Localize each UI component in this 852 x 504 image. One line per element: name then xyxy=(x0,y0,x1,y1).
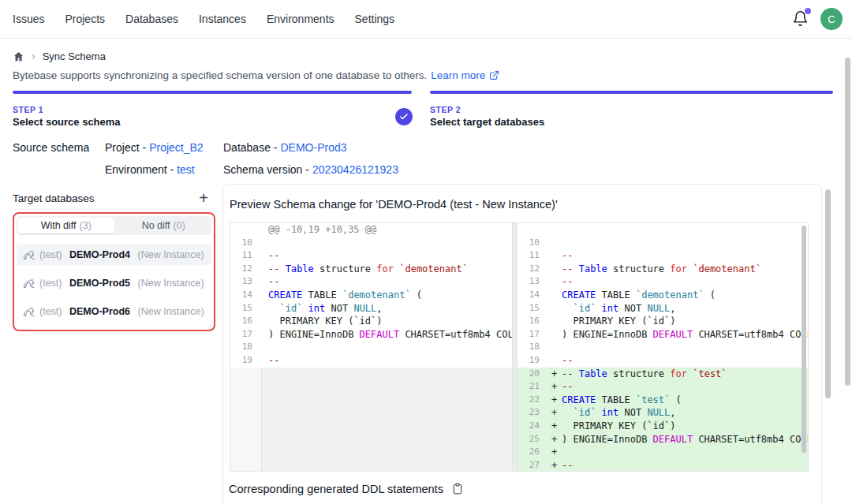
version-label: Schema version - xyxy=(223,163,309,176)
breadcrumb: › Sync Schema xyxy=(13,50,106,62)
code-line: 20+-- Table structure for `test` xyxy=(518,368,808,381)
nav-item-databases[interactable]: Databases xyxy=(125,13,178,25)
page-description: Bytebase supports synchronizing a specif… xyxy=(13,69,499,81)
source-environment: Environment -test xyxy=(105,163,195,176)
add-target-database-button[interactable]: + xyxy=(194,189,213,207)
source-database: Database -DEMO-Prod3 xyxy=(223,141,347,154)
code-line: 16 PRIMARY KEY (`id`) xyxy=(518,315,808,328)
step2-label: STEP 2 xyxy=(430,105,461,114)
code-line: 22+CREATE TABLE `test` ( xyxy=(518,394,808,407)
target-databases-highlight-box: With diff(3)No diff(0) (test) DEMO-Prod4… xyxy=(13,212,215,331)
code-line: 27+-- xyxy=(518,459,808,471)
database-link[interactable]: DEMO-Prod3 xyxy=(280,141,346,154)
nav-item-settings[interactable]: Settings xyxy=(355,13,395,25)
code-line: 21+-- xyxy=(518,380,808,394)
step2-title: Select target databases xyxy=(430,116,544,128)
tab-no-diff[interactable]: No diff(0) xyxy=(116,216,212,235)
code-line: 25+) ENGINE=InnoDB DEFAULT CHARSET=utf8m… xyxy=(518,433,808,446)
code-line: 14CREATE TABLE `demotenant` ( xyxy=(230,289,512,302)
panel-scrollbar[interactable] xyxy=(825,189,831,398)
external-link-icon[interactable] xyxy=(489,70,499,80)
code-line: 18 xyxy=(518,341,808,354)
environment-label: Environment - xyxy=(105,163,174,176)
code-line: 13-- xyxy=(518,275,808,289)
ddl-title: Corresponding generated DDL statements xyxy=(229,483,443,495)
code-line: 16 PRIMARY KEY (`id`) xyxy=(230,315,512,328)
code-line: 12-- Table structure for `demotenant` xyxy=(230,263,512,276)
nav-right: C xyxy=(792,8,843,30)
schema-diff-editor[interactable]: @@ -10,19 +10,35 @@1011--12-- Table stru… xyxy=(230,222,809,472)
clipboard-icon xyxy=(451,482,464,495)
top-navigation: IssuesProjectsDatabasesInstancesEnvironm… xyxy=(0,0,852,39)
diff-pane-source: @@ -10,19 +10,35 @@1011--12-- Table stru… xyxy=(230,223,512,471)
nav-items: IssuesProjectsDatabasesInstancesEnvironm… xyxy=(13,13,394,25)
diff-filler-region xyxy=(230,368,512,471)
diff-pane-target: 1011--12-- Table structure for `demotena… xyxy=(518,223,808,471)
code-line: 15 `id` int NOT NULL, xyxy=(518,302,808,315)
source-schema-version: Schema version -20230426121923 xyxy=(223,163,398,176)
code-line xyxy=(518,223,808,237)
step1-label: STEP 1 xyxy=(13,105,43,114)
code-line: 12-- Table structure for `demotenant` xyxy=(518,263,808,276)
breadcrumb-separator-icon: › xyxy=(32,50,36,62)
ddl-section-header: Corresponding generated DDL statements xyxy=(229,482,464,495)
nav-item-issues[interactable]: Issues xyxy=(13,13,44,25)
source-project: Project -Project_B2 xyxy=(105,141,204,154)
notification-bell-button[interactable] xyxy=(792,10,809,28)
code-line: 23+ `id` int NOT NULL, xyxy=(518,406,808,420)
code-line: 13-- xyxy=(230,275,512,289)
mysql-icon xyxy=(23,307,36,317)
step1-completed-badge xyxy=(395,108,413,125)
diff-pane-divider[interactable] xyxy=(512,223,518,471)
nav-item-instances[interactable]: Instances xyxy=(199,13,246,25)
code-line: 15 `id` int NOT NULL, xyxy=(230,302,512,315)
environment-link[interactable]: test xyxy=(177,163,195,176)
preview-card: Preview Schema change for 'DEMO-Prod4 (t… xyxy=(222,184,822,504)
breadcrumb-current: Sync Schema xyxy=(43,50,106,62)
target-db-item-demo-prod6[interactable]: (test) DEMO-Prod6 (New Instance) xyxy=(17,301,211,322)
mysql-icon xyxy=(23,250,36,260)
code-line: 17) ENGINE=InnoDB DEFAULT CHARSET=utf8mb… xyxy=(518,328,808,342)
diff-filter-tabs: With diff(3)No diff(0) xyxy=(17,216,211,235)
code-line: 24+ PRIMARY KEY (`id`) xyxy=(518,420,808,433)
step1-title: Select source schema xyxy=(13,116,121,128)
code-line: 11-- xyxy=(230,249,512,263)
version-link[interactable]: 20230426121923 xyxy=(312,163,398,176)
code-line: 17) ENGINE=InnoDB DEFAULT CHARSET=utf8mb… xyxy=(230,328,512,342)
avatar[interactable]: C xyxy=(820,8,843,30)
code-line: @@ -10,19 +10,35 @@ xyxy=(230,223,512,237)
target-db-item-demo-prod4[interactable]: (test) DEMO-Prod4 (New Instance) xyxy=(17,245,211,265)
step2-progress-bar xyxy=(430,91,833,94)
code-line: 14CREATE TABLE `demotenant` ( xyxy=(518,289,808,302)
code-line: 11-- xyxy=(518,249,808,263)
code-line: 26+ xyxy=(518,446,808,459)
project-label: Project - xyxy=(105,141,146,154)
sync-schema-page: IssuesProjectsDatabasesInstancesEnvironm… xyxy=(0,0,852,504)
nav-item-environments[interactable]: Environments xyxy=(267,13,334,25)
editor-scrollbar[interactable] xyxy=(802,226,806,453)
copy-ddl-button[interactable] xyxy=(451,482,464,495)
nav-item-projects[interactable]: Projects xyxy=(65,13,105,25)
code-line: 19-- xyxy=(230,354,512,368)
target-databases-title: Target databases xyxy=(13,192,95,204)
database-label: Database - xyxy=(223,141,277,154)
code-line: 10 xyxy=(230,237,512,250)
home-icon[interactable] xyxy=(13,50,24,62)
check-icon xyxy=(399,112,409,121)
preview-title: Preview Schema change for 'DEMO-Prod4 (t… xyxy=(230,198,558,211)
window-scrollbar[interactable] xyxy=(845,58,850,386)
source-schema-label: Source schema xyxy=(13,141,89,154)
notification-dot xyxy=(805,8,811,14)
tab-with-diff[interactable]: With diff(3) xyxy=(18,218,114,233)
mysql-icon xyxy=(23,278,36,289)
target-db-item-demo-prod5[interactable]: (test) DEMO-Prod5 (New Instance) xyxy=(17,273,211,293)
project-link[interactable]: Project_B2 xyxy=(149,141,203,154)
code-line: 10 xyxy=(518,237,808,250)
learn-more-link[interactable]: Learn more xyxy=(431,69,485,81)
description-text: Bytebase supports synchronizing a specif… xyxy=(13,69,427,81)
step1-progress-bar xyxy=(13,91,412,94)
code-line: 19-- xyxy=(518,354,808,368)
target-database-list: (test) DEMO-Prod4 (New Instance)(test) D… xyxy=(17,245,211,322)
code-line: 18 xyxy=(230,341,512,354)
